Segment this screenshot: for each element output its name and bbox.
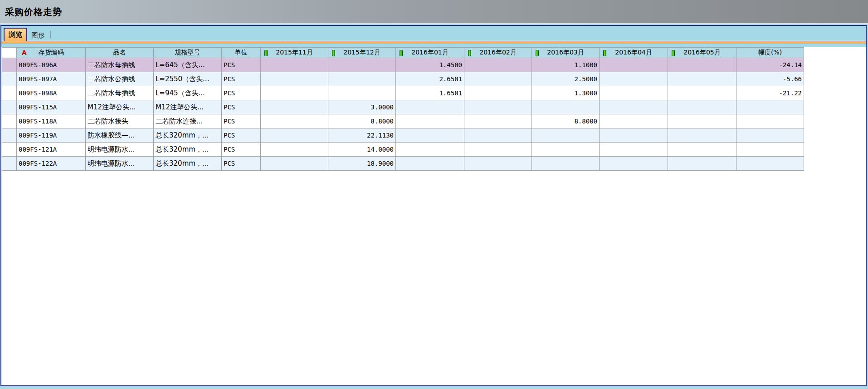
cell-unit[interactable]: PCS [222, 72, 261, 86]
cell-month-value[interactable] [261, 100, 328, 114]
cell-month-value[interactable] [532, 100, 600, 114]
cell-month-value[interactable] [668, 100, 736, 114]
cell-month-value[interactable] [600, 100, 668, 114]
cell-unit[interactable]: PCS [222, 128, 261, 143]
cell-month-value[interactable] [396, 128, 464, 143]
cell-month-value[interactable]: 1.6501 [396, 86, 464, 100]
cell-month-value[interactable] [532, 157, 600, 171]
column-header-2015-12[interactable]: 2015年12月 [328, 48, 396, 58]
cell-month-value[interactable] [261, 72, 328, 86]
row-selector[interactable] [2, 72, 17, 86]
cell-unit[interactable]: PCS [222, 143, 261, 157]
cell-month-value[interactable] [328, 86, 396, 100]
cell-code[interactable]: 009FS-096A [17, 58, 86, 72]
row-selector[interactable] [2, 100, 17, 114]
cell-name[interactable]: 二芯防水母插线 [86, 58, 154, 72]
cell-spec[interactable]: L=2550（含头... [154, 72, 222, 86]
column-header-2016-02[interactable]: 2016年02月 [464, 48, 532, 58]
cell-month-value[interactable] [261, 86, 328, 100]
cell-month-value[interactable] [668, 86, 736, 100]
row-selector[interactable] [2, 157, 17, 171]
cell-month-value[interactable] [600, 128, 668, 143]
row-selector-header[interactable] [2, 48, 17, 58]
cell-month-value[interactable] [396, 100, 464, 114]
cell-range[interactable] [736, 100, 804, 114]
cell-unit[interactable]: PCS [222, 86, 261, 100]
cell-spec[interactable]: 二芯防水连接... [154, 114, 222, 128]
column-header-unit[interactable]: 单位 [222, 48, 261, 58]
cell-unit[interactable]: PCS [222, 157, 261, 171]
cell-spec[interactable]: 总长320mm，... [154, 128, 222, 143]
cell-month-value[interactable] [600, 143, 668, 157]
cell-range[interactable] [736, 143, 804, 157]
cell-month-value[interactable] [668, 157, 736, 171]
cell-month-value[interactable] [464, 157, 532, 171]
cell-month-value[interactable] [261, 114, 328, 128]
cell-month-value[interactable] [600, 58, 668, 72]
cell-month-value[interactable] [261, 128, 328, 143]
column-header-2016-01[interactable]: 2016年01月 [396, 48, 464, 58]
cell-month-value[interactable] [668, 143, 736, 157]
cell-name[interactable]: M12注塑公头... [86, 100, 154, 114]
cell-name[interactable]: 二芯防水公插线 [86, 72, 154, 86]
cell-code[interactable]: 009FS-115A [17, 100, 86, 114]
cell-month-value[interactable] [600, 86, 668, 100]
row-selector[interactable] [2, 86, 17, 100]
cell-name[interactable]: 二芯防水母插线 [86, 86, 154, 100]
cell-month-value[interactable]: 22.1130 [328, 128, 396, 143]
cell-name[interactable]: 二芯防水接头 [86, 114, 154, 128]
cell-spec[interactable]: M12注塑公头... [154, 100, 222, 114]
cell-month-value[interactable] [532, 128, 600, 143]
cell-code[interactable]: 009FS-122A [17, 157, 86, 171]
cell-month-value[interactable]: 8.8000 [328, 114, 396, 128]
cell-month-value[interactable] [464, 58, 532, 72]
cell-month-value[interactable]: 2.5000 [532, 72, 600, 86]
cell-month-value[interactable] [464, 114, 532, 128]
cell-month-value[interactable] [261, 58, 328, 72]
cell-spec[interactable]: 总长320mm，... [154, 157, 222, 171]
cell-spec[interactable]: L=645（含头... [154, 58, 222, 72]
cell-range[interactable]: -5.66 [736, 72, 804, 86]
cell-name[interactable]: 明纬电源防水... [86, 157, 154, 171]
cell-month-value[interactable] [464, 72, 532, 86]
row-selector[interactable] [2, 143, 17, 157]
cell-name[interactable]: 防水橡胶线—... [86, 128, 154, 143]
cell-range[interactable]: -21.22 [736, 86, 804, 100]
cell-code[interactable]: 009FS-121A [17, 143, 86, 157]
cell-month-value[interactable] [600, 157, 668, 171]
cell-code[interactable]: 009FS-119A [17, 128, 86, 143]
row-selector[interactable] [2, 114, 17, 128]
cell-month-value[interactable] [668, 114, 736, 128]
cell-month-value[interactable] [668, 128, 736, 143]
cell-month-value[interactable] [532, 143, 600, 157]
cell-month-value[interactable] [396, 143, 464, 157]
cell-month-value[interactable]: 1.1000 [532, 58, 600, 72]
cell-month-value[interactable]: 8.8000 [532, 114, 600, 128]
cell-month-value[interactable]: 18.9000 [328, 157, 396, 171]
cell-month-value[interactable]: 14.0000 [328, 143, 396, 157]
cell-range[interactable] [736, 128, 804, 143]
tab-graph[interactable]: 图形 [27, 30, 49, 41]
cell-unit[interactable]: PCS [222, 114, 261, 128]
cell-month-value[interactable] [600, 72, 668, 86]
cell-month-value[interactable] [464, 86, 532, 100]
cell-month-value[interactable] [600, 114, 668, 128]
cell-month-value[interactable] [396, 114, 464, 128]
cell-spec[interactable]: L=945（含头... [154, 86, 222, 100]
column-header-range[interactable]: 幅度(%) [736, 48, 804, 58]
column-header-2016-04[interactable]: 2016年04月 [600, 48, 668, 58]
cell-unit[interactable]: PCS [222, 100, 261, 114]
tab-browse[interactable]: 浏览 [4, 28, 27, 41]
column-header-spec[interactable]: 规格型号 [154, 48, 222, 58]
cell-month-value[interactable] [261, 157, 328, 171]
column-header-code[interactable]: A 存货编码 [17, 48, 86, 58]
cell-month-value[interactable] [464, 128, 532, 143]
cell-month-value[interactable]: 3.0000 [328, 100, 396, 114]
cell-month-value[interactable] [668, 58, 736, 72]
cell-range[interactable]: -24.14 [736, 58, 804, 72]
cell-month-value[interactable]: 1.4500 [396, 58, 464, 72]
cell-unit[interactable]: PCS [222, 58, 261, 72]
column-header-2015-11[interactable]: 2015年11月 [261, 48, 328, 58]
cell-month-value[interactable] [261, 143, 328, 157]
cell-range[interactable] [736, 157, 804, 171]
